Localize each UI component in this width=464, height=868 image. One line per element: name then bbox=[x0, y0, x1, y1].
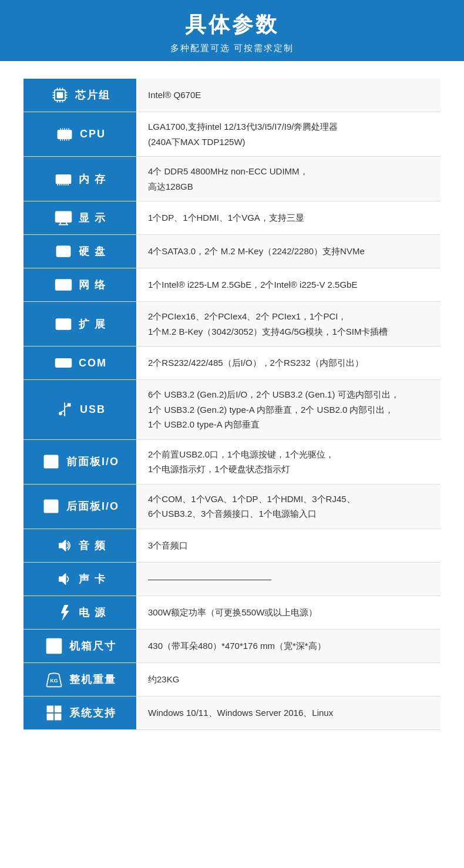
page-title: 具体参数 bbox=[0, 11, 464, 39]
value-cell-soundcard: —————————————— bbox=[136, 562, 441, 596]
svg-rect-1 bbox=[57, 92, 63, 99]
value-cell-power: 300W额定功率（可更换550W或以上电源） bbox=[136, 596, 441, 629]
com-icon bbox=[53, 352, 74, 374]
value-cell-os: Windows 10/11、Windows Server 2016、Linux bbox=[136, 696, 441, 729]
row-network: 网 络1个Intel® i225-LM 2.5GbE，2个Intel® i225… bbox=[23, 268, 441, 302]
svg-rect-31 bbox=[66, 176, 68, 181]
row-memory: 内 存4个 DDR5 4800MHz non-ECC UDIMM，高达128GB bbox=[23, 157, 441, 201]
svg-rect-30 bbox=[64, 176, 65, 181]
chipset-icon bbox=[49, 85, 70, 106]
label-text-dimension: 机箱尺寸 bbox=[69, 639, 116, 653]
audio-icon bbox=[53, 535, 74, 556]
row-expansion: 扩 展2个PCIex16、2个PCIex4、2个 PCIex1，1个PCI，1个… bbox=[23, 302, 441, 346]
svg-point-45 bbox=[63, 216, 65, 218]
svg-point-74 bbox=[47, 463, 49, 465]
svg-rect-58 bbox=[59, 321, 61, 327]
svg-rect-59 bbox=[62, 321, 65, 327]
value-cell-expansion: 2个PCIex16、2个PCIex4、2个 PCIex1，1个PCI，1个M.2… bbox=[136, 302, 441, 346]
svg-point-65 bbox=[67, 362, 69, 364]
svg-rect-28 bbox=[60, 176, 61, 181]
specs-table: 芯片组Intel® Q670E CPULGA1700,支持intel 12/13… bbox=[23, 79, 441, 730]
svg-rect-82 bbox=[54, 506, 56, 509]
label-cell-power: 电 源 bbox=[23, 596, 136, 629]
value-cell-display: 1个DP、1个HDMI、1个VGA，支持三显 bbox=[136, 201, 441, 235]
label-cell-storage: 硬 盘 bbox=[23, 235, 136, 268]
value-cell-com: 2个RS232/422/485（后I/O），2个RS232（内部引出） bbox=[136, 346, 441, 380]
value-cell-rear-panel: 4个COM、1个VGA、1个DP、1个HDMI、3个RJ45、6个USB3.2、… bbox=[136, 484, 441, 529]
row-storage: 硬 盘4个SATA3.0，2个 M.2 M-Key（2242/2280）支持NV… bbox=[23, 235, 441, 268]
svg-point-62 bbox=[58, 362, 60, 364]
os-icon bbox=[43, 702, 65, 724]
content-area: 芯片组Intel® Q670E CPULGA1700,支持intel 12/13… bbox=[0, 61, 464, 748]
label-text-com: COM bbox=[79, 357, 107, 369]
soundcard-icon bbox=[53, 568, 74, 590]
frontpanel-icon bbox=[41, 451, 62, 472]
label-text-usb: USB bbox=[80, 403, 106, 416]
value-cell-audio: 3个音频口 bbox=[136, 529, 441, 562]
row-cpu: CPULGA1700,支持intel 12/13代I3/I5/I7/I9/奔腾处… bbox=[23, 112, 441, 157]
row-audio: 音 频3个音频口 bbox=[23, 529, 441, 562]
value-cell-chipset: Intel® Q670E bbox=[136, 79, 441, 112]
svg-point-50 bbox=[68, 255, 69, 256]
weight-icon: KG bbox=[43, 669, 65, 690]
label-cell-chipset: 芯片组 bbox=[23, 79, 136, 112]
svg-point-64 bbox=[64, 362, 66, 364]
svg-point-47 bbox=[67, 250, 70, 253]
label-text-front-panel: 前面板I/O bbox=[66, 455, 119, 469]
label-cell-os: 系统支持 bbox=[23, 696, 136, 729]
value-cell-network: 1个Intel® i225-LM 2.5GbE，2个Intel® i225-V … bbox=[136, 268, 441, 302]
svg-rect-56 bbox=[67, 282, 69, 286]
value-cell-dimension: 430（带耳朵480）*470*176 mm（宽*深*高） bbox=[136, 629, 441, 662]
row-usb: USB6个 USB3.2 (Gen.2)后I/O，2个 USB3.2 (Gen.… bbox=[23, 380, 441, 440]
label-cell-com: COM bbox=[23, 346, 136, 380]
row-os: 系统支持Windows 10/11、Windows Server 2016、Li… bbox=[23, 696, 441, 729]
display-icon bbox=[53, 207, 74, 228]
svg-point-71 bbox=[59, 412, 62, 415]
value-cell-cpu: LGA1700,支持intel 12/13代I3/I5/I7/I9/奔腾处理器(… bbox=[136, 112, 441, 157]
svg-rect-54 bbox=[62, 284, 63, 287]
label-text-audio: 音 频 bbox=[79, 539, 106, 553]
dimension-icon bbox=[43, 635, 65, 657]
svg-rect-69 bbox=[68, 403, 70, 406]
value-cell-front-panel: 2个前置USB2.0口，1个电源按键，1个光驱位，1个电源指示灯，1个硬盘状态指… bbox=[136, 439, 441, 484]
svg-point-76 bbox=[53, 463, 56, 465]
label-cell-expansion: 扩 展 bbox=[23, 302, 136, 346]
svg-rect-15 bbox=[60, 132, 69, 137]
label-cell-network: 网 络 bbox=[23, 268, 136, 302]
label-text-os: 系统支持 bbox=[69, 706, 116, 720]
svg-rect-81 bbox=[50, 506, 52, 509]
label-text-memory: 内 存 bbox=[79, 172, 106, 186]
label-text-power: 电 源 bbox=[79, 605, 106, 620]
svg-rect-92 bbox=[47, 713, 54, 720]
svg-point-75 bbox=[50, 463, 52, 465]
row-com: COM2个RS232/422/485（后I/O），2个RS232（内部引出） bbox=[23, 346, 441, 380]
cpu-icon bbox=[54, 124, 75, 145]
expansion-icon bbox=[53, 314, 74, 335]
label-text-network: 网 络 bbox=[79, 278, 106, 292]
row-chipset: 芯片组Intel® Q670E bbox=[23, 79, 441, 112]
svg-rect-80 bbox=[46, 506, 48, 509]
storage-icon bbox=[53, 241, 74, 262]
label-cell-memory: 内 存 bbox=[23, 157, 136, 201]
label-cell-dimension: 机箱尺寸 bbox=[23, 629, 136, 662]
row-dimension: 机箱尺寸430（带耳朵480）*470*176 mm（宽*深*高） bbox=[23, 629, 441, 662]
label-cell-display: 显 示 bbox=[23, 201, 136, 235]
svg-rect-91 bbox=[55, 705, 62, 712]
row-power: 电 源300W额定功率（可更换550W或以上电源） bbox=[23, 596, 441, 629]
label-cell-weight: KG 整机重量 bbox=[23, 662, 136, 696]
row-display: 显 示1个DP、1个HDMI、1个VGA，支持三显 bbox=[23, 201, 441, 235]
svg-text:KG: KG bbox=[50, 678, 58, 684]
label-text-chipset: 芯片组 bbox=[75, 88, 110, 102]
label-cell-cpu: CPU bbox=[23, 112, 136, 157]
svg-rect-32 bbox=[68, 176, 69, 181]
network-icon bbox=[53, 274, 74, 295]
label-cell-rear-panel: 后面板I/O bbox=[23, 484, 136, 529]
value-cell-storage: 4个SATA3.0，2个 M.2 M-Key（2242/2280）支持NVMe bbox=[136, 235, 441, 268]
row-soundcard: 声 卡—————————————— bbox=[23, 562, 441, 596]
svg-rect-93 bbox=[55, 713, 62, 720]
svg-rect-55 bbox=[64, 284, 66, 286]
label-cell-front-panel: 前面板I/O bbox=[23, 439, 136, 484]
label-cell-soundcard: 声 卡 bbox=[23, 562, 136, 596]
svg-rect-29 bbox=[62, 176, 63, 181]
memory-icon bbox=[53, 169, 74, 190]
